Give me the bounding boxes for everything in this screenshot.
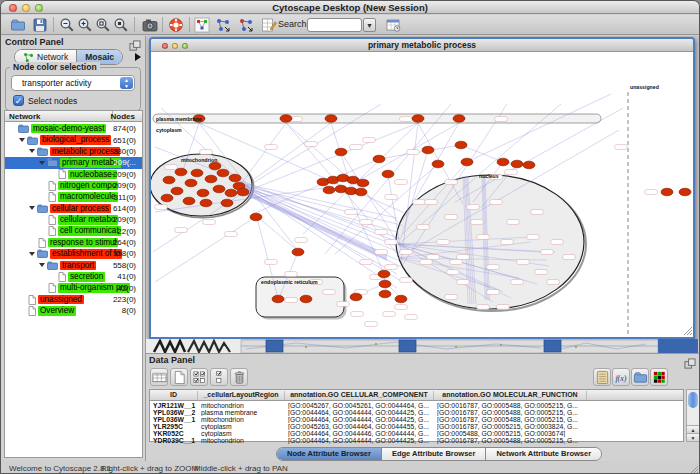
background-window-titlebar[interactable] [266, 340, 283, 352]
network-node[interactable] [175, 168, 187, 176]
network-node[interactable] [378, 270, 390, 278]
import-table-icon[interactable] [384, 16, 402, 34]
tree-header-network[interactable]: Network [9, 112, 41, 121]
tree-item-primary-metabo[interactable]: primary metabo209(... [5, 157, 142, 168]
tree-item-response-to-stimul[interactable]: response to stimul264(0) [5, 237, 142, 248]
tree-item-nitrogen-compo[interactable]: nitrogen compo209(0) [5, 180, 142, 191]
tab-network-attribute-browser[interactable]: Network Attribute Browser [485, 448, 601, 460]
tree-item-mosaic-demo-yeast[interactable]: mosaic-demo-yeast874(0) [5, 123, 142, 134]
network-node[interactable] [272, 295, 284, 303]
disclosure-triangle-icon[interactable] [19, 138, 25, 142]
background-window-titlebar[interactable] [658, 339, 698, 353]
tree-item-unassigned[interactable]: unassigned223(0) [5, 294, 142, 305]
table-row[interactable]: YPL036W__1mitochondrion[GO:0044464, GO:0… [150, 416, 683, 423]
close-button[interactable] [9, 4, 17, 12]
tree-item-multi-organism-pro[interactable]: multi-organism pro42(0) [5, 282, 142, 293]
network-node[interactable] [511, 160, 523, 168]
network-canvas[interactable]: plasma membrane cytoplasm mitochondrion … [151, 52, 693, 336]
vizmapper-icon[interactable] [260, 16, 278, 34]
network-node[interactable] [292, 248, 304, 256]
network-node[interactable] [395, 295, 407, 303]
disclosure-triangle-icon[interactable] [29, 206, 35, 210]
network-zoom-button[interactable] [182, 43, 188, 49]
network-node[interactable] [455, 141, 467, 149]
table-row[interactable]: YLR295Ccytoplasm[GO:0045263, GO:0044464,… [150, 423, 683, 430]
table-row[interactable]: YKR052Ccytoplasm[GO:0044464, GO:0044446,… [150, 430, 683, 437]
layout-network-icon[interactable] [214, 16, 232, 34]
network-node[interactable] [357, 179, 369, 187]
disclosure-triangle-icon[interactable] [39, 161, 45, 165]
network-node[interactable] [350, 293, 362, 301]
zoom-fit-icon[interactable] [112, 16, 130, 34]
network-node[interactable] [221, 199, 233, 207]
save-session-icon[interactable] [31, 16, 49, 34]
maximize-button[interactable] [35, 4, 43, 12]
node-color-dropdown[interactable]: transporter activity ▲▼ [11, 75, 135, 91]
float-panel-icon[interactable] [129, 37, 141, 48]
network-node[interactable] [661, 188, 673, 196]
network-node[interactable] [191, 169, 203, 177]
network-node[interactable] [250, 213, 262, 221]
delete-attribute-icon[interactable] [230, 368, 248, 386]
tab-edge-attribute-browser[interactable]: Edge Attribute Browser [381, 448, 485, 460]
window-resize-grip[interactable] [684, 327, 692, 335]
new-attribute-icon[interactable] [170, 368, 188, 386]
network-node[interactable] [382, 170, 394, 178]
help-icon[interactable] [167, 16, 185, 34]
network-close-button[interactable] [162, 43, 168, 49]
search-dropdown-button[interactable]: ▼ [363, 18, 376, 32]
background-window-titlebar[interactable] [399, 340, 416, 352]
scrollbar-thumb[interactable] [688, 392, 698, 408]
network-node[interactable] [163, 176, 175, 184]
snapshot-icon[interactable] [141, 16, 159, 34]
network-node[interactable] [453, 115, 465, 123]
network-minimize-button[interactable] [172, 43, 178, 49]
tree-item-macromolecule[interactable]: macromolecule311(0) [5, 191, 142, 202]
heatmap-icon[interactable] [650, 368, 668, 386]
table-row[interactable]: YPL036W__2plasma membrane[GO:0044464, GO… [150, 409, 683, 416]
network-node[interactable] [197, 189, 209, 197]
network-node[interactable] [355, 188, 367, 196]
network-node[interactable] [183, 197, 195, 205]
new-network-icon[interactable] [193, 16, 211, 34]
column-header[interactable]: annotation.GO CELLULAR_COMPONENT [285, 391, 434, 400]
scroll-up-button[interactable]: ▲ [687, 425, 699, 433]
network-node[interactable] [323, 186, 335, 194]
minimize-button[interactable] [22, 4, 30, 12]
select-nodes-checkbox[interactable]: ✓ [13, 95, 24, 106]
tree-item-secretion[interactable]: secretion41(0) [5, 271, 142, 282]
tab-node-attribute-browser[interactable]: Node Attribute Browser [277, 448, 381, 460]
layout-selected-icon[interactable] [237, 16, 255, 34]
network-node[interactable] [379, 280, 391, 288]
network-node[interactable] [523, 161, 535, 169]
network-node[interactable] [185, 179, 197, 187]
zoom-selected-icon[interactable] [94, 16, 112, 34]
tree-item-overview[interactable]: Overview8(0) [5, 305, 142, 316]
network-node[interactable] [213, 185, 225, 193]
network-node[interactable] [679, 188, 691, 196]
network-node[interactable] [422, 146, 434, 154]
table-row[interactable]: YDR039C__1mitochondrion[GO:0044464, GO:0… [150, 437, 683, 444]
network-node[interactable] [161, 194, 173, 202]
network-node[interactable] [497, 158, 509, 166]
background-window-titlebar[interactable] [544, 340, 561, 352]
network-node[interactable] [171, 187, 183, 195]
zoom-out-icon[interactable] [58, 16, 76, 34]
tree-item-cellular-metabo[interactable]: cellular metabo209(0) [5, 214, 142, 225]
network-node[interactable] [200, 199, 212, 207]
tab-overflow-arrow[interactable] [135, 53, 141, 61]
tree-header-nodes[interactable]: Nodes [111, 112, 135, 121]
network-node[interactable] [412, 115, 424, 123]
tree-item-cell-communicat[interactable]: cell communicat22(0) [5, 226, 142, 237]
function-builder-icon[interactable]: f(x) [612, 368, 630, 386]
select-attributes-icon[interactable] [190, 368, 208, 386]
column-header[interactable]: ID [150, 391, 198, 400]
zoom-in-icon[interactable] [76, 16, 94, 34]
disclosure-triangle-icon[interactable] [39, 263, 45, 267]
float-data-panel-icon[interactable] [684, 355, 696, 366]
network-node[interactable] [379, 290, 391, 298]
search-input[interactable] [307, 18, 362, 32]
window-resize-grip[interactable] [688, 464, 698, 474]
tree-item-metabolic-process[interactable]: metabolic process280(0) [5, 146, 142, 157]
disclosure-triangle-icon[interactable] [29, 149, 35, 153]
